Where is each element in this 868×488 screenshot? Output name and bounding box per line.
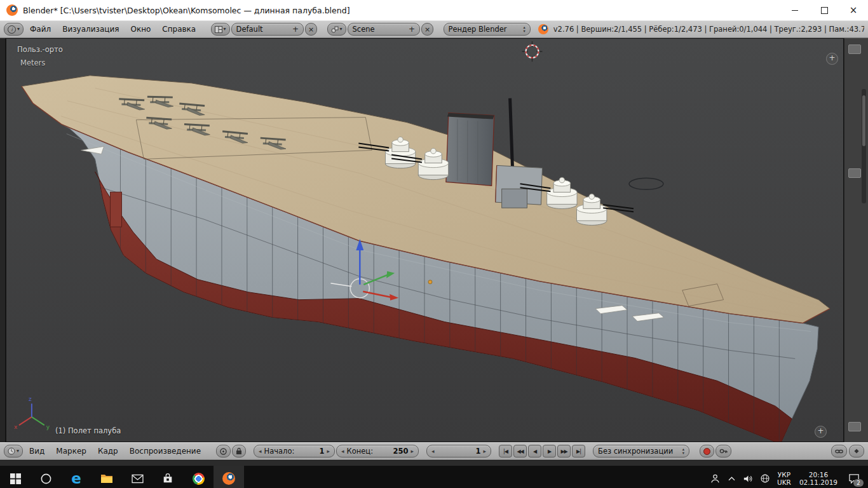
screen-layout-name-field[interactable]: Default + <box>231 23 304 36</box>
close-button[interactable]: × <box>839 0 868 20</box>
show-hidden-icons-button[interactable] <box>724 466 740 488</box>
scene-browse-button[interactable]: ▾ <box>327 23 346 36</box>
active-object-label: (1) Полет палуба <box>55 426 121 435</box>
jump-to-end-button[interactable]: ▶| <box>572 445 585 458</box>
frame-end-field[interactable]: ◂ Конец: 250 ▸ <box>336 445 419 458</box>
menu-help[interactable]: Справка <box>157 24 201 35</box>
start-button[interactable] <box>0 466 31 488</box>
lock-icon <box>236 447 242 455</box>
menu-window[interactable]: Окно <box>125 24 156 35</box>
edge-icon: e <box>71 471 81 486</box>
clock-icon <box>8 447 15 455</box>
scene-name-field[interactable]: Scene + <box>348 23 421 36</box>
view-name-label: Польз.-орто <box>17 45 63 54</box>
preview-range-toggle[interactable] <box>216 445 231 458</box>
timeline-menu-view[interactable]: Вид <box>24 445 50 457</box>
jump-to-start-button[interactable]: |◀ <box>499 445 512 458</box>
menu-render[interactable]: Визуализация <box>57 24 124 35</box>
chevron-down-icon: ▾ <box>224 27 226 32</box>
expand-region-button[interactable]: + <box>815 426 827 438</box>
timeline-editor-type-button[interactable]: ▾ <box>4 445 23 458</box>
delete-scene-button[interactable]: × <box>421 23 433 36</box>
file-explorer-button[interactable] <box>92 466 122 488</box>
chrome-button[interactable] <box>183 466 214 488</box>
svg-text:y: y <box>46 424 50 430</box>
link-button[interactable] <box>831 445 847 458</box>
menu-file[interactable]: Файл <box>25 24 56 35</box>
blender-taskbar-button[interactable] <box>214 466 244 488</box>
timeline-menu-frame[interactable]: Кадр <box>93 445 123 457</box>
funnel[interactable] <box>446 113 494 186</box>
dropdown-arrows-icon: ▴▾ <box>682 447 684 455</box>
blender-icon <box>222 472 235 485</box>
increment-icon[interactable]: ▸ <box>484 448 487 454</box>
svg-text:x: x <box>14 424 18 430</box>
keying-set-button[interactable] <box>715 445 731 458</box>
viewport-canvas[interactable]: x y z <box>6 39 843 442</box>
language-indicator[interactable]: УКР UKR <box>773 471 795 487</box>
render-engine-value: Рендер Blender <box>449 25 507 34</box>
bow-panel <box>111 192 122 227</box>
decrement-icon[interactable]: ◂ <box>259 448 262 454</box>
toggle-properties-region-button[interactable]: + <box>826 53 838 65</box>
decrement-icon[interactable]: ◂ <box>341 448 344 454</box>
prev-keyframe-button[interactable]: ◀◀ <box>513 445 527 458</box>
chevron-down-icon: ▾ <box>17 449 19 454</box>
timeline-menu-marker[interactable]: Маркер <box>51 445 92 457</box>
play-reverse-button[interactable]: ◀ <box>528 445 541 458</box>
add-screen-layout-button[interactable]: + <box>292 25 299 34</box>
panel-icon[interactable] <box>848 44 861 54</box>
plus-icon: + <box>817 426 824 435</box>
sync-mode-value: Без синхронизации <box>598 447 673 456</box>
decrement-icon[interactable]: ◂ <box>431 448 435 454</box>
cortana-search-button[interactable] <box>31 466 61 488</box>
minimize-button[interactable] <box>780 0 810 20</box>
windows-logo-icon <box>10 473 21 484</box>
delete-screen-layout-button[interactable]: × <box>305 23 317 36</box>
lock-frame-toggle[interactable] <box>232 445 246 458</box>
frame-end-value: 250 <box>393 447 409 456</box>
maximize-button[interactable] <box>810 0 839 20</box>
increment-icon[interactable]: ▸ <box>327 448 330 454</box>
workspace: x y z Польз.-орто Meters (1) Полет палуб… <box>0 38 868 442</box>
window-title: Blender* [C:\Users\tvister\Desktop\Okean… <box>23 6 350 15</box>
store-button[interactable] <box>153 466 183 488</box>
action-center-button[interactable]: 2 <box>842 466 866 488</box>
render-engine-dropdown[interactable]: Рендер Blender ▴▾ <box>444 23 531 36</box>
record-button[interactable] <box>700 445 714 458</box>
panel-icon[interactable] <box>848 422 861 431</box>
frame-start-field[interactable]: ◂ Начало: 1 ▸ <box>254 445 335 458</box>
language-line2: UKR <box>777 478 791 487</box>
network-tray-button[interactable] <box>757 466 773 488</box>
current-frame-field[interactable]: ◂ 1 ▸ <box>426 445 491 458</box>
insert-keyframe-button[interactable] <box>849 445 864 458</box>
blender-logo-icon <box>538 24 548 34</box>
screen-layout-browse-button[interactable]: ▾ <box>211 23 230 36</box>
blender-app-icon <box>6 4 18 16</box>
link-icon <box>835 448 843 455</box>
scene-statistics: v2.76 | Вершин:2/1,455 | Рёбер:1/2,473 |… <box>553 25 864 34</box>
people-tray-button[interactable] <box>707 466 723 488</box>
play-button[interactable]: ▶ <box>543 445 556 458</box>
sync-mode-dropdown[interactable]: Без синхронизации ▴▾ <box>593 445 689 458</box>
collapsed-properties-panel[interactable] <box>844 38 868 442</box>
editor-type-button[interactable]: i ▾ <box>4 23 24 36</box>
scene-name: Scene <box>353 25 375 34</box>
clock[interactable]: 20:16 02.11.2019 <box>796 471 841 487</box>
next-keyframe-button[interactable]: ▶▶ <box>557 445 571 458</box>
frame-end-label: Конец: <box>347 447 374 456</box>
timeline-header: ▾ Вид Маркер Кадр Воспроизведение ◂ Нача… <box>0 442 868 460</box>
panel-icon[interactable] <box>848 168 861 178</box>
panel-scrollbar[interactable] <box>862 89 866 203</box>
scrollbar-thumb[interactable] <box>862 95 865 146</box>
timeline-right-buttons <box>831 445 864 458</box>
increment-icon[interactable]: ▸ <box>411 448 414 454</box>
mail-button[interactable] <box>122 466 153 488</box>
timeline-menu-playback[interactable]: Воспроизведение <box>125 445 206 457</box>
preview-range-icon <box>220 448 227 455</box>
chevron-up-icon <box>727 474 736 484</box>
3d-viewport[interactable]: x y z Польз.-орто Meters (1) Полет палуб… <box>6 38 844 442</box>
edge-button[interactable]: e <box>61 466 92 488</box>
volume-tray-button[interactable] <box>740 466 756 488</box>
add-scene-button[interactable]: + <box>409 25 415 34</box>
